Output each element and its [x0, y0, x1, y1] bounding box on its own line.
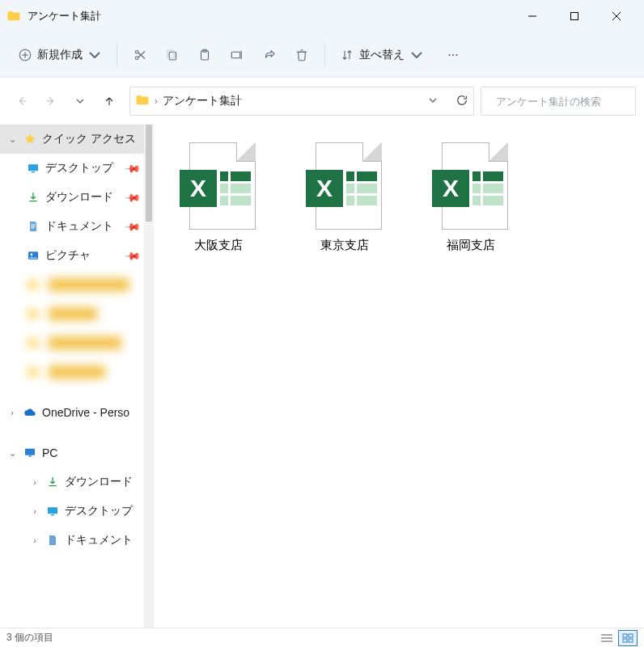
- pictures-icon: [26, 248, 40, 263]
- pin-icon: 📌: [124, 188, 142, 206]
- back-button[interactable]: [8, 87, 36, 115]
- arrow-right-icon: [44, 95, 57, 108]
- sidebar-item-redacted[interactable]: [0, 299, 144, 328]
- sidebar-item-label: ドキュメント: [45, 219, 113, 234]
- sidebar-item-downloads[interactable]: ダウンロード 📌: [0, 183, 144, 212]
- sidebar-item-redacted[interactable]: [0, 270, 144, 299]
- folder-icon: [6, 9, 21, 23]
- file-list: X 大阪支店 X 東京支店 X 福岡支店: [154, 125, 644, 628]
- title-bar: アンケート集計: [0, 0, 644, 32]
- svg-rect-28: [31, 227, 34, 228]
- excel-file-icon: X: [430, 142, 511, 230]
- sidebar-item-pc[interactable]: ⌄ PC: [0, 438, 144, 467]
- desktop-icon: [45, 504, 60, 518]
- recent-button[interactable]: [66, 87, 94, 115]
- svg-rect-26: [31, 224, 35, 225]
- new-button[interactable]: 新規作成: [11, 40, 108, 70]
- chevron-down-icon: [87, 48, 102, 62]
- navigation-row: › アンケート集計: [0, 78, 644, 125]
- svg-line-9: [138, 53, 145, 59]
- view-details-button[interactable]: [597, 630, 616, 646]
- up-button[interactable]: [95, 87, 123, 115]
- new-label: 新規作成: [37, 48, 83, 62]
- svg-rect-31: [25, 449, 35, 455]
- folder-icon: [26, 336, 40, 350]
- refresh-icon: [455, 94, 468, 107]
- svg-rect-15: [231, 52, 240, 58]
- svg-rect-11: [169, 52, 176, 60]
- rename-icon: [230, 48, 244, 62]
- close-button[interactable]: [595, 0, 638, 32]
- forward-button[interactable]: [37, 87, 65, 115]
- excel-file-icon: X: [304, 142, 385, 230]
- toolbar: 新規作成 並べ替え: [0, 32, 644, 78]
- sidebar-item-label: ダウンロード: [65, 475, 133, 489]
- cut-button[interactable]: [125, 40, 155, 70]
- scissors-icon: [133, 48, 147, 62]
- grid-icon: [622, 633, 633, 643]
- sort-icon: [340, 48, 354, 62]
- document-icon: [26, 219, 40, 234]
- scrollbar-thumb[interactable]: [146, 125, 152, 222]
- chevron-right-icon: ›: [29, 506, 40, 516]
- copy-button[interactable]: [158, 40, 187, 70]
- sidebar-item-documents[interactable]: ドキュメント 📌: [0, 212, 144, 241]
- file-item[interactable]: X 大阪支店: [168, 137, 269, 253]
- maximize-button[interactable]: [553, 0, 595, 32]
- chevron-down-icon: [409, 48, 424, 62]
- download-icon: [26, 190, 40, 205]
- svg-rect-40: [623, 639, 627, 642]
- svg-rect-34: [51, 514, 54, 515]
- sidebar-item-onedrive[interactable]: › OneDrive - Perso: [0, 398, 144, 427]
- breadcrumb-separator: ›: [155, 95, 158, 107]
- chevron-down-icon: ⌄: [6, 448, 18, 459]
- svg-rect-27: [31, 226, 35, 226]
- document-icon: [45, 533, 60, 548]
- file-item[interactable]: X 東京支店: [294, 137, 395, 253]
- sidebar-quick-access[interactable]: ⌄ クイック アクセス: [0, 125, 144, 154]
- pin-icon: 📌: [124, 218, 142, 235]
- delete-button[interactable]: [287, 40, 316, 70]
- address-bar[interactable]: › アンケート集計: [129, 87, 474, 116]
- share-button[interactable]: [255, 40, 284, 70]
- svg-rect-33: [48, 507, 57, 514]
- download-icon: [45, 475, 60, 489]
- minimize-button[interactable]: [511, 0, 553, 32]
- sidebar-item-label: ダウンロード: [45, 190, 113, 205]
- svg-rect-25: [32, 171, 35, 172]
- more-button[interactable]: [439, 40, 468, 70]
- sidebar-item-desktop[interactable]: デスクトップ 📌: [0, 154, 144, 183]
- sidebar-item-pictures[interactable]: ピクチャ 📌: [0, 241, 144, 270]
- status-item-count: 3 個の項目: [6, 631, 53, 645]
- sidebar-item-pc-downloads[interactable]: › ダウンロード: [0, 467, 144, 497]
- status-bar: 3 個の項目: [0, 628, 644, 647]
- file-label: 東京支店: [320, 238, 369, 253]
- sidebar-item-pc-desktop[interactable]: › デスクトップ: [0, 497, 144, 526]
- sort-button[interactable]: 並べ替え: [333, 40, 430, 70]
- svg-line-10: [138, 51, 145, 57]
- sidebar: ⌄ クイック アクセス デスクトップ 📌 ダウンロード 📌 ドキュメント 📌 ピ…: [0, 125, 144, 628]
- sidebar-item-label: PC: [42, 446, 57, 459]
- arrow-up-icon: [103, 95, 116, 108]
- history-dropdown[interactable]: [428, 95, 438, 108]
- sidebar-item-pc-documents[interactable]: › ドキュメント: [0, 526, 144, 555]
- sidebar-item-redacted[interactable]: [0, 328, 144, 357]
- folder-icon: [26, 307, 40, 321]
- rename-button[interactable]: [222, 40, 252, 70]
- svg-point-19: [448, 53, 450, 55]
- chevron-down-icon: ⌄: [6, 134, 18, 145]
- svg-rect-39: [629, 634, 633, 637]
- desktop-icon: [26, 161, 40, 175]
- breadcrumb-current[interactable]: アンケート集計: [163, 94, 242, 108]
- paste-button[interactable]: [190, 40, 219, 70]
- sidebar-item-label: ドキュメント: [65, 533, 133, 548]
- svg-rect-38: [623, 634, 627, 637]
- sidebar-item-redacted[interactable]: [0, 357, 144, 387]
- file-item[interactable]: X 福岡支店: [421, 137, 521, 253]
- refresh-button[interactable]: [455, 94, 468, 109]
- chevron-down-icon: [75, 96, 85, 106]
- search-input[interactable]: [496, 95, 632, 108]
- sidebar-scrollbar[interactable]: [144, 125, 154, 628]
- view-icons-button[interactable]: [618, 630, 638, 646]
- search-box[interactable]: [481, 87, 636, 116]
